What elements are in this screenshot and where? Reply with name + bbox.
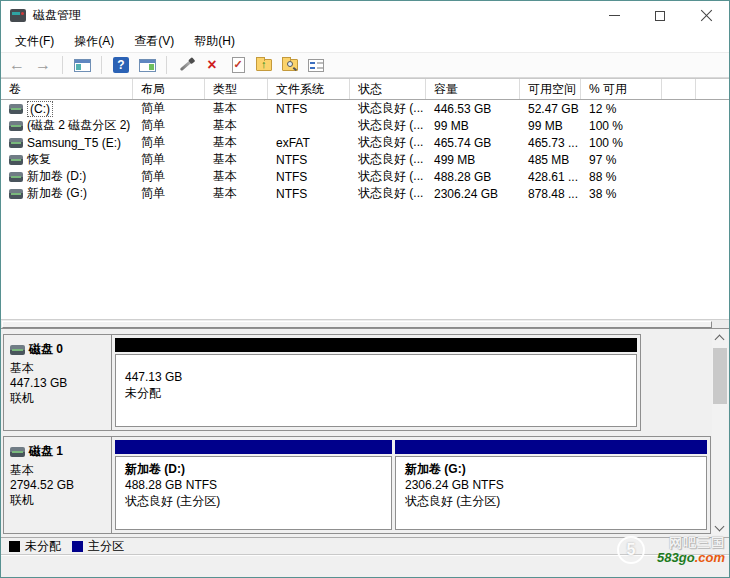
volume-row[interactable]: Samsung_T5 (E:) 简单 基本 exFAT 状态良好 (... 46… xyxy=(1,134,729,151)
status-bar xyxy=(1,554,729,577)
forward-icon[interactable]: → xyxy=(33,55,53,75)
volume-name: 恢复 xyxy=(27,151,51,168)
toolbar-separator xyxy=(166,56,167,74)
action-pane-icon[interactable] xyxy=(137,55,157,75)
disk-size: 447.13 GB xyxy=(10,376,105,391)
scroll-up-icon[interactable] xyxy=(715,335,725,345)
region-size: 447.13 GB xyxy=(125,369,627,385)
disk-icon xyxy=(10,345,25,355)
window-title: 磁盘管理 xyxy=(33,7,81,24)
legend-label-unallocated: 未分配 xyxy=(25,538,61,555)
column-header-volume[interactable]: 卷 xyxy=(1,79,133,99)
menu-help[interactable]: 帮助(H) xyxy=(184,30,245,53)
region-size-fs: 2306.24 GB NTFS xyxy=(405,477,697,493)
column-header-capacity[interactable]: 容量 xyxy=(426,79,520,99)
volume-row[interactable]: (磁盘 2 磁盘分区 2) 简单 基本 状态良好 (... 99 MB 99 M… xyxy=(1,117,729,134)
back-icon[interactable]: ← xyxy=(7,55,27,75)
region-status: 状态良好 (主分区) xyxy=(405,493,697,509)
app-icon xyxy=(10,9,26,22)
toolbar: ← → ? × ✓ ↑ xyxy=(1,52,729,78)
volume-icon xyxy=(9,138,23,148)
column-header-free-space[interactable]: 可用空间 xyxy=(520,79,581,99)
title-bar: 磁盘管理 xyxy=(1,1,729,30)
disk-management-window: 磁盘管理 文件(F) 操作(A) 查看(V) 帮助(H) ← → ? × ✓ ↑… xyxy=(0,0,730,578)
column-header-layout[interactable]: 布局 xyxy=(133,79,205,99)
maximize-button[interactable] xyxy=(637,1,683,30)
legend-label-primary: 主分区 xyxy=(88,538,124,555)
region-volume-name: 新加卷 (G:) xyxy=(405,461,697,477)
disk1-info-panel[interactable]: 磁盘 1 基本 2794.52 GB 联机 xyxy=(4,437,112,533)
minimize-button[interactable] xyxy=(591,1,637,30)
delete-icon[interactable]: × xyxy=(202,55,222,75)
folder-search-icon[interactable] xyxy=(280,55,300,75)
volume-icon xyxy=(9,189,23,199)
tool-icon[interactable] xyxy=(176,55,196,75)
toolbar-separator xyxy=(101,56,102,74)
disk-icon xyxy=(10,447,25,457)
table-header: 卷 布局 类型 文件系统 状态 容量 可用空间 % 可用 xyxy=(1,79,729,100)
unallocated-band xyxy=(115,338,637,352)
disk0-info-panel[interactable]: 磁盘 0 基本 447.13 GB 联机 xyxy=(4,335,112,430)
toolbar-separator xyxy=(62,56,63,74)
volume-icon xyxy=(9,121,23,131)
minimize-icon xyxy=(609,15,620,16)
disk-type: 基本 xyxy=(10,463,105,478)
region-unallocated[interactable]: 447.13 GB 未分配 xyxy=(115,338,637,427)
vertical-scrollbar-thumb[interactable] xyxy=(713,348,727,404)
column-header-filler xyxy=(696,79,729,99)
region-status: 未分配 xyxy=(125,385,627,401)
scroll-down-icon[interactable] xyxy=(715,522,725,532)
menu-action[interactable]: 操作(A) xyxy=(64,30,124,53)
region-size-fs: 488.28 GB NTFS xyxy=(125,477,382,493)
menu-view[interactable]: 查看(V) xyxy=(124,30,184,53)
volume-row[interactable]: (C:) 简单 基本 NTFS 状态良好 (... 446.53 GB 52.4… xyxy=(1,100,729,117)
volume-icon xyxy=(9,155,23,165)
volume-name: 新加卷 (G:) xyxy=(27,185,87,202)
column-header-empty xyxy=(662,79,696,99)
close-button[interactable] xyxy=(683,1,729,30)
column-header-status[interactable]: 状态 xyxy=(350,79,426,99)
region-volume-name: 新加卷 (D:) xyxy=(125,461,382,477)
volume-row[interactable]: 恢复 简单 基本 NTFS 状态良好 (... 499 MB 485 MB 97… xyxy=(1,151,729,168)
legend-swatch-unallocated xyxy=(9,541,20,552)
disk-name: 磁盘 1 xyxy=(29,443,63,460)
volume-list-pane: 卷 布局 类型 文件系统 状态 容量 可用空间 % 可用 (C:) 简单 基本 … xyxy=(1,78,729,319)
volume-icon xyxy=(9,172,23,182)
volume-icon xyxy=(9,104,23,114)
vertical-scrollbar[interactable] xyxy=(712,330,728,536)
horizontal-scrollbar[interactable] xyxy=(1,319,729,328)
volume-name: (C:) xyxy=(27,101,53,117)
volume-name: Samsung_T5 (E:) xyxy=(27,136,121,150)
help-icon[interactable]: ? xyxy=(111,55,131,75)
close-icon xyxy=(700,9,713,22)
primary-partition-band xyxy=(115,440,392,454)
disk-row-0: 磁盘 0 基本 447.13 GB 联机 447.13 GB 未分配 xyxy=(3,334,641,431)
volume-row[interactable]: 新加卷 (D:) 简单 基本 NTFS 状态良好 (... 488.28 GB … xyxy=(1,168,729,185)
disk-row-1: 磁盘 1 基本 2794.52 GB 联机 新加卷 (D:) 488.28 GB… xyxy=(3,436,711,534)
console-tree-icon[interactable] xyxy=(72,55,92,75)
disk-size: 2794.52 GB xyxy=(10,478,105,493)
column-header-filesystem[interactable]: 文件系统 xyxy=(268,79,350,99)
region-volume-d[interactable]: 新加卷 (D:) 488.28 GB NTFS 状态良好 (主分区) xyxy=(115,440,392,530)
folder-up-icon[interactable]: ↑ xyxy=(254,55,274,75)
horizontal-scrollbar-thumb[interactable] xyxy=(2,321,712,328)
disk-name: 磁盘 0 xyxy=(29,341,63,358)
column-header-pct-free[interactable]: % 可用 xyxy=(581,79,662,99)
properties-icon[interactable] xyxy=(306,55,326,75)
disk-type: 基本 xyxy=(10,361,105,376)
legend-swatch-primary xyxy=(72,541,83,552)
column-header-type[interactable]: 类型 xyxy=(205,79,268,99)
legend-bar: 未分配 主分区 xyxy=(1,537,729,554)
graphical-view-pane: 磁盘 0 基本 447.13 GB 联机 447.13 GB 未分配 磁盘 1 … xyxy=(1,328,729,537)
disk-status: 联机 xyxy=(10,391,105,406)
primary-partition-band xyxy=(395,440,707,454)
check-document-icon[interactable]: ✓ xyxy=(228,55,248,75)
volume-row[interactable]: 新加卷 (G:) 简单 基本 NTFS 状态良好 (... 2306.24 GB… xyxy=(1,185,729,202)
volume-name: (磁盘 2 磁盘分区 2) xyxy=(27,117,130,134)
region-status: 状态良好 (主分区) xyxy=(125,493,382,509)
menu-file[interactable]: 文件(F) xyxy=(5,30,64,53)
disk-status: 联机 xyxy=(10,493,105,508)
maximize-icon xyxy=(655,11,665,21)
volume-name: 新加卷 (D:) xyxy=(27,168,86,185)
region-volume-g[interactable]: 新加卷 (G:) 2306.24 GB NTFS 状态良好 (主分区) xyxy=(395,440,707,530)
